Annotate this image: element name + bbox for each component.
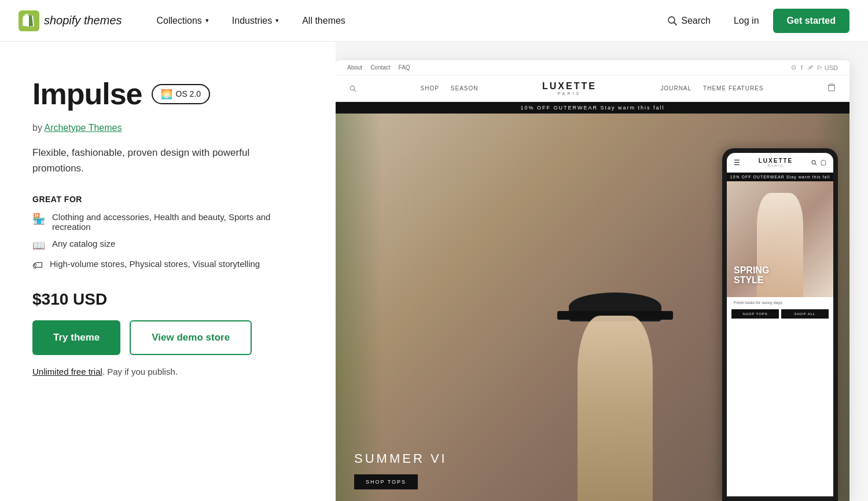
try-theme-button[interactable]: Try theme (32, 320, 120, 355)
collections-nav-link[interactable]: Collections ▾ (145, 0, 220, 42)
feature-item-stores: 🏷 High-volume stores, Physical stores, V… (32, 259, 303, 272)
pinterest-icon: 𝒫 (807, 64, 812, 71)
feature-list: 🏪 Clothing and accessories, Health and b… (32, 212, 303, 272)
hero-model-figure (551, 292, 679, 501)
search-button[interactable]: Search (658, 11, 720, 31)
theme-price: $310 USD (32, 290, 303, 309)
main-content: Impulse 🌅 OS 2.0 by Archetype Themes Fle… (0, 42, 868, 501)
trial-info: Unlimited free trial. Pay if you publish… (32, 367, 303, 376)
get-started-button[interactable]: Get started (773, 9, 849, 33)
svg-line-2 (674, 22, 677, 25)
mobile-preview-device: ☰ LUXETTE PARIS (722, 148, 838, 501)
logo-link[interactable]: shopify themes (19, 10, 122, 31)
theme-title-row: Impulse 🌅 OS 2.0 (32, 76, 303, 111)
unlimited-trial-link[interactable]: Unlimited free trial (32, 367, 102, 376)
svg-line-4 (354, 89, 356, 91)
os-badge: 🌅 OS 2.0 (152, 84, 211, 104)
login-button[interactable]: Log in (724, 11, 768, 31)
mobile-sub-text: Fresh looks for sunny days. (727, 297, 833, 307)
shop-tops-overlay-btn: SHOP TOPS (354, 474, 418, 489)
preview-search-icon (350, 85, 356, 92)
mobile-cart-icon (821, 160, 826, 166)
preview-hero-bg: SUMMER VI SHOP TOPS ☰ LUXETTE PARIS (336, 114, 849, 501)
preview-cart-icon (827, 83, 836, 94)
mobile-banner: 10% OFF OUTERWEAR Stay warm this fall (727, 173, 833, 181)
view-demo-button[interactable]: View demo store (130, 320, 252, 355)
preview-store-nav: SHOP SEASON LUXETTE PARIS JOURNAL THEME … (336, 75, 849, 102)
catalog-icon: 📖 (32, 239, 45, 252)
mobile-nav-bar: ☰ LUXETTE PARIS (727, 153, 833, 173)
mobile-action-icons (811, 160, 826, 166)
stores-icon: 🏷 (32, 259, 43, 272)
facebook-icon: f (801, 64, 803, 71)
instagram-icon: ⊙ (791, 64, 796, 71)
feature-item-catalog: 📖 Any catalog size (32, 239, 303, 252)
preview-search-area (350, 85, 356, 92)
mobile-shop-tops-btn: SHOP TOPS (731, 309, 779, 319)
preview-social-icons: ⊙ f 𝒫 🏳 USD (791, 64, 838, 71)
mobile-shop-all-btn: SHOP ALL (781, 309, 829, 319)
search-icon (667, 16, 678, 26)
theme-title: Impulse (32, 76, 142, 111)
author-link[interactable]: Archetype Themes (44, 123, 122, 133)
model-body (578, 316, 653, 501)
all-themes-nav-link[interactable]: All themes (290, 0, 357, 42)
clothing-icon: 🏪 (32, 213, 45, 225)
mobile-preview-inner: ☰ LUXETTE PARIS (727, 153, 833, 496)
foliage-left (336, 114, 382, 501)
industries-chevron-icon: ▾ (275, 17, 279, 24)
preview-mockup: About Contact FAQ ⊙ f 𝒫 🏳 USD (336, 60, 849, 501)
preview-nav-links: SHOP SEASON (421, 85, 479, 92)
preview-hero: SUMMER VI SHOP TOPS ☰ LUXETTE PARIS (336, 114, 849, 501)
preview-topbar: About Contact FAQ ⊙ f 𝒫 🏳 USD (336, 60, 849, 75)
mobile-search-icon (811, 160, 817, 166)
industries-nav-link[interactable]: Industries ▾ (220, 0, 290, 42)
mobile-hero-image: SPRINGSTYLE (727, 181, 833, 297)
theme-info-panel: Impulse 🌅 OS 2.0 by Archetype Themes Fle… (0, 42, 336, 501)
preview-store-logo: LUXETTE PARIS (542, 81, 597, 96)
mobile-hamburger-icon: ☰ (734, 159, 740, 167)
hero-text-overlay: SUMMER VI (354, 451, 447, 466)
nav-right: Search Log in Get started (658, 9, 849, 33)
preview-nav-links-right: JOURNAL THEME FEATURES (660, 85, 763, 92)
great-for-label: GREAT FOR (32, 195, 303, 204)
shopify-logo-icon (19, 10, 39, 31)
mobile-bottom-buttons: SHOP TOPS SHOP ALL (727, 307, 833, 321)
theme-author: by Archetype Themes (32, 123, 303, 133)
mobile-logo: LUXETTE PARIS (740, 158, 811, 167)
preview-top-links: About Contact FAQ (347, 64, 410, 71)
theme-description: Flexible, fashionable, proven design wit… (32, 145, 303, 176)
collections-chevron-icon: ▾ (205, 17, 209, 24)
os-badge-icon: 🌅 (161, 89, 172, 100)
nav-links: Collections ▾ Industries ▾ All themes (145, 0, 357, 42)
brand-name: shopify themes (44, 14, 122, 27)
navbar: shopify themes Collections ▾ Industries … (0, 0, 868, 42)
action-buttons: Try theme View demo store (32, 320, 303, 355)
feature-item-clothing: 🏪 Clothing and accessories, Health and b… (32, 212, 303, 232)
preview-panel: About Contact FAQ ⊙ f 𝒫 🏳 USD (336, 42, 868, 501)
preview-banner: 10% OFF OUTERWEAR Stay warm this fall (336, 102, 849, 114)
mobile-spring-text: SPRINGSTYLE (734, 265, 769, 286)
svg-line-7 (815, 163, 816, 165)
